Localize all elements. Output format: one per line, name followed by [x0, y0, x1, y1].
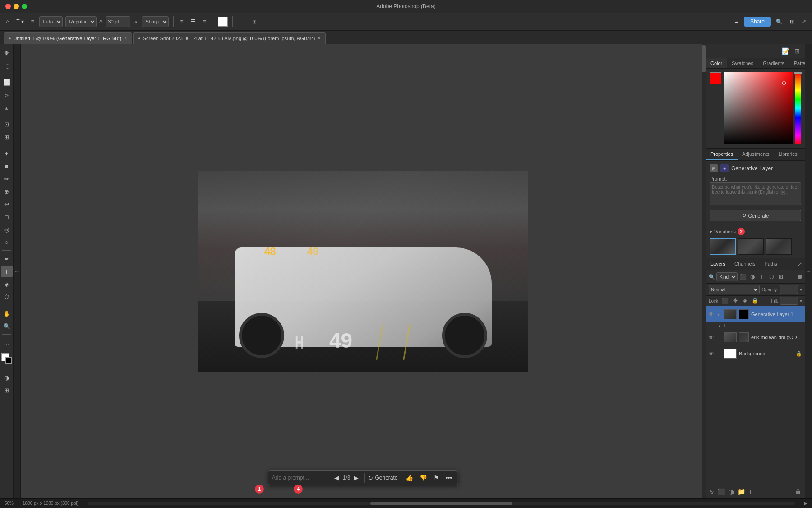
left-collapse-btn[interactable]: ••• — [14, 44, 21, 498]
layer-mask-button[interactable]: ⬛ — [716, 487, 726, 496]
blend-mode-select[interactable]: Normal — [709, 285, 760, 294]
layer-tab-expand[interactable]: ⤢ — [795, 258, 805, 270]
prop-tab-adjustments[interactable]: Adjustments — [738, 149, 774, 160]
background-color[interactable] — [5, 357, 12, 364]
canvas-scrollbar-vertical[interactable] — [702, 44, 706, 498]
prop-tab-properties[interactable]: Properties — [706, 149, 738, 160]
gradient-tool[interactable]: ■ — [1, 160, 13, 172]
magic-wand-tool[interactable]: ⁎ — [1, 102, 13, 113]
layer-fx-button[interactable]: fx — [709, 487, 715, 496]
font-style-select[interactable]: Regular — [65, 16, 97, 27]
gen-more-button[interactable]: ••• — [443, 473, 455, 483]
extra-tools[interactable]: … — [1, 337, 13, 349]
lock-artboard-button[interactable]: ◈ — [741, 297, 749, 305]
hue-strip[interactable] — [795, 72, 801, 144]
screen-mode-tool[interactable]: ⊞ — [1, 384, 13, 396]
lock-all-button[interactable]: 🔒 — [751, 297, 759, 305]
color-tab-swatches[interactable]: Swatches — [727, 58, 758, 68]
prop-tab-libraries[interactable]: Libraries — [774, 149, 802, 160]
pen-tool[interactable]: ✒ — [1, 253, 13, 265]
lock-move-button[interactable]: ✥ — [731, 297, 739, 305]
path-select-tool[interactable]: ◈ — [1, 278, 13, 290]
brush-tool[interactable]: ✏ — [1, 173, 13, 185]
smart-filter-button[interactable]: ⊞ — [777, 273, 785, 281]
layer-tab-layers[interactable]: Layers — [706, 258, 730, 270]
color-tab-color[interactable]: Color — [706, 58, 727, 68]
layer-tab-paths[interactable]: Paths — [760, 258, 782, 270]
gen-prompt-input[interactable] — [272, 475, 331, 481]
align-center-button[interactable]: ☰ — [189, 17, 198, 26]
zoom-tool[interactable]: 🔍 — [1, 320, 13, 332]
generate-button[interactable]: ↻ Generate — [710, 210, 801, 221]
anti-alias-select[interactable]: Sharp — [142, 16, 169, 27]
gen-flag-button[interactable]: ⚑ — [431, 473, 442, 483]
eraser-tool[interactable]: ◻ — [1, 211, 13, 223]
stamp-tool[interactable]: ⊕ — [1, 186, 13, 197]
history-tool[interactable]: ↩ — [1, 198, 13, 210]
blur-tool[interactable]: ◎ — [1, 224, 13, 235]
artboard-tool[interactable]: ⬚ — [1, 60, 13, 71]
foreground-color[interactable] — [1, 353, 9, 361]
marquee-tool[interactable]: ⬜ — [1, 76, 13, 88]
prompt-textarea[interactable] — [710, 182, 801, 205]
close-button[interactable] — [5, 4, 11, 9]
gen-prev-button[interactable]: ◀ — [332, 473, 341, 482]
fullscreen-button[interactable]: ⤢ — [799, 17, 808, 26]
layer-delete-button[interactable]: 🗑 — [794, 487, 802, 496]
crop-tool[interactable]: ⊡ — [1, 118, 13, 130]
type-tool-button[interactable]: T ▾ — [14, 17, 26, 26]
panel-note-button[interactable]: 📝 — [780, 46, 790, 56]
tab-close-0[interactable]: ✕ — [124, 36, 127, 41]
color-tab-patterns[interactable]: Patterns — [789, 58, 805, 68]
variation-thumb-1[interactable] — [738, 238, 764, 255]
layer-new-button[interactable]: + — [748, 487, 753, 496]
maximize-button[interactable] — [22, 4, 27, 9]
layer-tab-channels[interactable]: Channels — [730, 258, 760, 270]
shape-filter-button[interactable]: ⬡ — [767, 273, 775, 281]
search-button[interactable]: 🔍 — [774, 17, 785, 26]
panel-layout-button[interactable]: ⊞ — [792, 46, 802, 56]
type-filter-button[interactable]: T — [758, 273, 766, 281]
share-icon-button[interactable]: ☁ — [731, 17, 741, 26]
adjust-filter-button[interactable]: ◑ — [748, 273, 757, 281]
variation-thumb-2[interactable] — [766, 238, 792, 255]
pixel-filter-button[interactable]: ⬛ — [739, 273, 747, 281]
more-status-button[interactable]: ▶ — [804, 500, 807, 506]
arrange-button[interactable]: ⊞ — [788, 17, 797, 26]
tab-close-1[interactable]: ✕ — [317, 36, 321, 41]
visibility-0[interactable]: 👁 — [709, 311, 715, 317]
minimize-button[interactable] — [14, 4, 19, 9]
layer-row-2[interactable]: 👁 Background 🔒 — [706, 345, 805, 362]
layer-folder-button[interactable]: 📁 — [737, 487, 746, 496]
type-tool[interactable]: T — [1, 266, 13, 277]
color-tab-gradients[interactable]: Gradients — [758, 58, 789, 68]
gen-thumbdown-button[interactable]: 👎 — [417, 473, 429, 483]
right-collapse-btn[interactable]: ••• — [805, 44, 812, 498]
toggle-options-button[interactable]: ⊞ — [250, 17, 259, 26]
kind-select[interactable]: Kind — [716, 272, 738, 281]
opacity-input[interactable]: 100% — [780, 285, 798, 294]
gen-generate-button[interactable]: ↻ Generate — [364, 473, 401, 483]
canvas-area[interactable]: 48 49 H 49 ◀ 1/3 ▶ ↻ Generate 👍 � — [21, 44, 706, 498]
font-size-input[interactable]: 30 pt — [106, 16, 130, 27]
layer-row-1[interactable]: 👁 erik-mclean-dbLgODXOPgo-unsplash — [706, 329, 805, 345]
color-gradient-box[interactable] — [724, 72, 793, 144]
warp-text-button[interactable]: ⌒ — [237, 16, 247, 27]
layer-adjustment-button[interactable]: ◑ — [728, 487, 735, 496]
gen-thumbup-button[interactable]: 👍 — [403, 473, 415, 483]
shape-tool[interactable]: ⬡ — [1, 291, 13, 303]
variation-thumb-0[interactable] — [710, 238, 736, 255]
home-button[interactable]: ⌂ — [4, 17, 11, 26]
frame-tool[interactable]: ⊞ — [1, 131, 13, 143]
current-color-swatch[interactable] — [710, 72, 721, 84]
move-tool[interactable]: ✥ — [1, 47, 13, 59]
tab-0[interactable]: ● Untitled-1 @ 100% (Generative Layer 1,… — [4, 32, 132, 44]
expand-0[interactable]: ▾ — [717, 312, 722, 317]
dodge-tool[interactable]: ○ — [1, 236, 13, 248]
eyedropper-tool[interactable]: ✦ — [1, 148, 13, 159]
lock-pixel-button[interactable]: ⬛ — [721, 297, 729, 305]
share-button[interactable]: Share — [744, 17, 771, 27]
visibility-2[interactable]: 👁 — [709, 350, 715, 357]
fill-input[interactable]: 100% — [780, 297, 798, 305]
options-button[interactable]: ≡ — [29, 17, 37, 26]
